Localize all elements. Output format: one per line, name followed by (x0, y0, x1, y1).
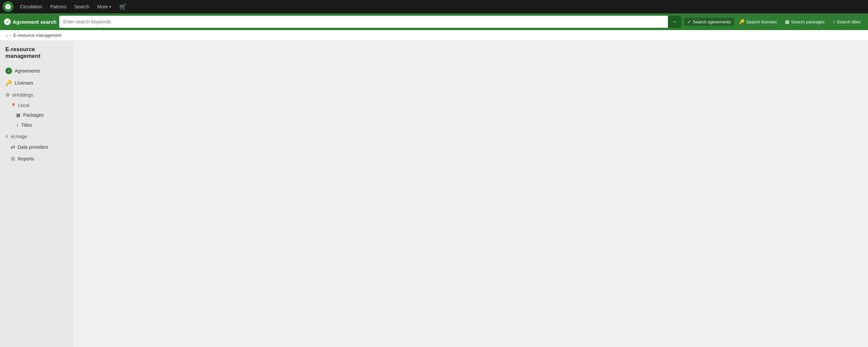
link-search-titles[interactable]: ↕ Search titles (829, 18, 864, 26)
breadcrumb-current: E-resource management (13, 33, 61, 38)
agreements-icon: ✓ (5, 68, 12, 74)
breadcrumb-separator: › (10, 33, 11, 38)
link-search-agreements[interactable]: ✓ Search agreements (684, 18, 734, 26)
sidebar-item-packages[interactable]: ▦ Packages (0, 110, 73, 120)
main-layout: E-resource management ✓ Agreements 🔑 Lic… (0, 41, 868, 347)
breadcrumb: ⌂ › E-resource management (0, 30, 868, 41)
sidebar-subsection-local: 📍 Local (0, 100, 73, 110)
data-providers-icon: ⇄ (11, 144, 15, 150)
sidebar-section-eusage: ≡ eUsage (0, 130, 73, 141)
licenses-link-icon: 🔑 (739, 19, 745, 25)
packages-link-icon: ▦ (785, 19, 789, 25)
licenses-icon: 🔑 (5, 79, 12, 86)
link-search-licenses[interactable]: 🔑 Search licenses (736, 18, 780, 26)
nav-item-more[interactable]: More ▾ (93, 0, 115, 13)
app-logo[interactable] (3, 1, 13, 12)
search-bar: ✓ Agreement search → ✓ Search agreements… (0, 13, 868, 30)
sidebar-title: E-resource management (0, 46, 73, 65)
nav-item-search[interactable]: Search (70, 0, 93, 13)
search-bar-links: ✓ Search agreements 🔑 Search licenses ▦ … (684, 18, 864, 26)
breadcrumb-home[interactable]: ⌂ (5, 33, 8, 38)
more-chevron-icon: ▾ (110, 5, 111, 9)
sidebar-item-agreements[interactable]: ✓ Agreements (0, 65, 73, 77)
search-bar-label: ✓ Agreement search (4, 19, 57, 25)
agreement-check-icon: ✓ (4, 19, 11, 25)
cart-icon[interactable]: 🛒 (115, 0, 130, 13)
search-input[interactable] (59, 16, 668, 28)
titles-link-icon: ↕ (833, 19, 835, 25)
packages-icon: ▦ (16, 112, 21, 118)
sidebar: E-resource management ✓ Agreements 🔑 Lic… (0, 41, 73, 347)
sidebar-item-licenses[interactable]: 🔑 Licenses (0, 77, 73, 89)
sidebar-item-reports[interactable]: ≣ Reports (0, 153, 73, 165)
nav-item-patrons[interactable]: Patrons (46, 0, 70, 13)
sidebar-section-eholdings: ⚙ eHoldings (0, 89, 73, 100)
nav-item-circulation[interactable]: Circulation (16, 0, 46, 13)
link-search-packages[interactable]: ▦ Search packages (782, 18, 828, 26)
sidebar-item-titles[interactable]: ↕ Titles (0, 120, 73, 130)
search-go-button[interactable]: → (668, 16, 681, 28)
titles-icon: ↕ (16, 123, 19, 128)
top-nav: Circulation Patrons Search More ▾ 🛒 (0, 0, 868, 13)
search-input-wrapper: → (59, 16, 681, 28)
local-icon: 📍 (11, 103, 16, 108)
eholdings-icon: ⚙ (5, 92, 10, 98)
sidebar-item-data-providers[interactable]: ⇄ Data providers (0, 141, 73, 153)
go-arrow-icon: → (672, 19, 677, 25)
main-content (73, 41, 868, 347)
reports-icon: ≣ (11, 155, 15, 162)
agreements-link-icon: ✓ (687, 19, 691, 25)
eusage-icon: ≡ (5, 133, 8, 139)
